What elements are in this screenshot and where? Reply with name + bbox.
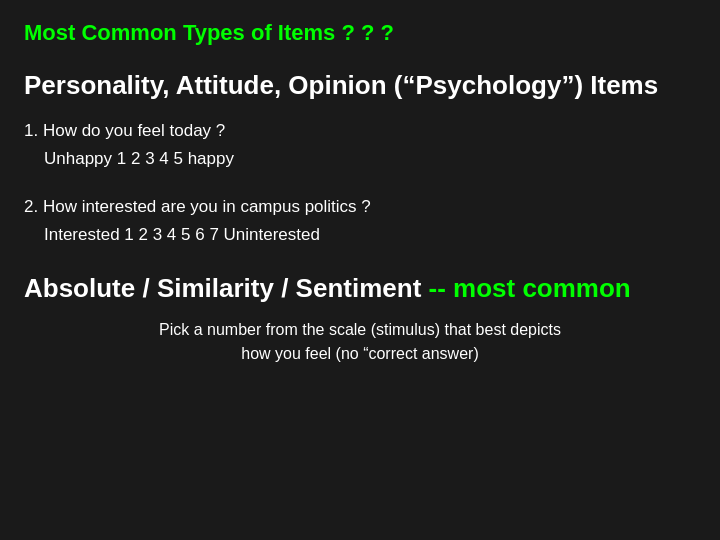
abs-heading: Absolute / Similarity / Sentiment -- mos… bbox=[24, 273, 696, 304]
question-1: 1. How do you feel today ? bbox=[24, 121, 696, 141]
abs-heading-plain: Absolute / Similarity / Sentiment bbox=[24, 273, 429, 303]
abs-heading-highlight: -- most common bbox=[429, 273, 631, 303]
description-line1: Pick a number from the scale (stimulus) … bbox=[159, 321, 561, 338]
question-2: 2. How interested are you in campus poli… bbox=[24, 197, 696, 217]
page-title: Most Common Types of Items ? ? ? bbox=[24, 20, 696, 46]
description: Pick a number from the scale (stimulus) … bbox=[64, 318, 656, 366]
description-line2: how you feel (no “correct answer) bbox=[241, 345, 478, 362]
section-heading: Personality, Attitude, Opinion (“Psychol… bbox=[24, 70, 696, 101]
scale-1: Unhappy 1 2 3 4 5 happy bbox=[44, 149, 696, 169]
scale-2: Interested 1 2 3 4 5 6 7 Uninterested bbox=[44, 225, 696, 245]
